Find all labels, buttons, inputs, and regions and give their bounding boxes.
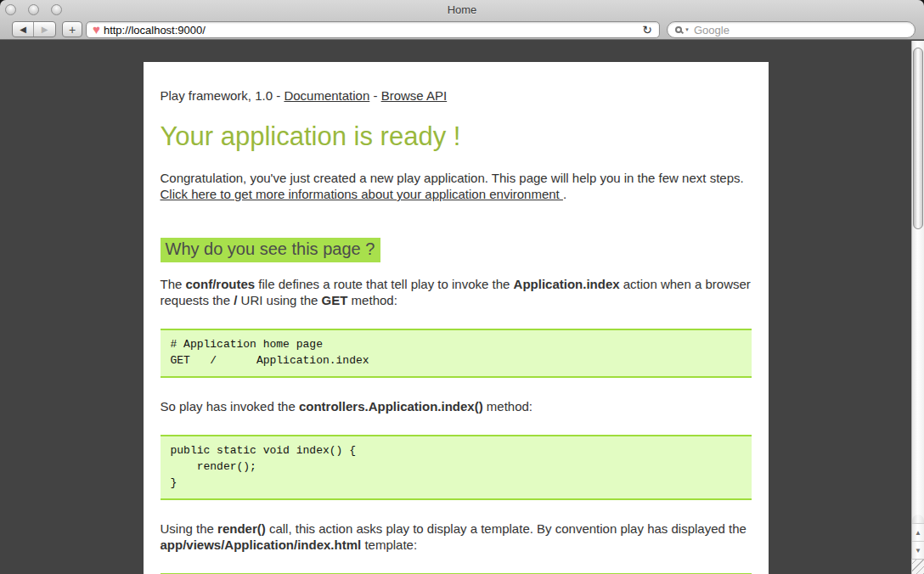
render-call-term: render() bbox=[217, 521, 266, 536]
nav-button-group: ◀ ▶ bbox=[12, 21, 56, 37]
template-text: template: bbox=[361, 537, 417, 552]
meta-separator: - bbox=[369, 88, 380, 103]
intro-paragraph: Congratulation, you've just created a ne… bbox=[161, 170, 752, 202]
intro-text: Congratulation, you've just created a ne… bbox=[161, 171, 744, 185]
arrow-up-icon: ▲ bbox=[915, 529, 921, 537]
forward-button[interactable]: ▶ bbox=[34, 22, 55, 37]
meta-separator: - bbox=[273, 88, 284, 103]
invoked-paragraph: So play has invoked the controllers.Appl… bbox=[161, 398, 752, 414]
routes-text: URI using the bbox=[237, 293, 321, 307]
browser-window: Home ◀ ▶ + ♥ ↻ ▼ Play framework, 1.0 bbox=[0, 0, 924, 574]
get-method-term: GET bbox=[322, 293, 348, 307]
search-bar[interactable]: ▼ bbox=[667, 21, 916, 38]
new-tab-button[interactable]: + bbox=[62, 21, 82, 37]
search-icon bbox=[675, 26, 682, 33]
template-text: call, this action asks play to display a… bbox=[266, 521, 747, 536]
address-bar[interactable]: ♥ ↻ bbox=[86, 21, 660, 38]
routes-text: method: bbox=[347, 293, 397, 307]
template-paragraph: Using the render() call, this action ask… bbox=[161, 521, 752, 553]
browser-toolbar: ◀ ▶ + ♥ ↻ ▼ bbox=[0, 20, 924, 40]
browser-viewport: Play framework, 1.0 - Documentation - Br… bbox=[0, 41, 924, 574]
back-icon: ◀ bbox=[20, 25, 26, 34]
application-index-term: Application.index bbox=[514, 277, 620, 291]
window-resize-grip[interactable] bbox=[911, 559, 924, 574]
template-path-term: app/views/Application/index.html bbox=[161, 537, 362, 552]
scrollbar-button-cap bbox=[912, 515, 924, 523]
arrow-down-icon: ▼ bbox=[915, 547, 921, 554]
controller-method-term: controllers.Application.index() bbox=[299, 399, 483, 414]
documentation-link[interactable]: Documentation bbox=[284, 88, 369, 103]
window-title: Home bbox=[0, 3, 924, 16]
refresh-button[interactable]: ↻ bbox=[640, 24, 654, 36]
routes-text: The bbox=[161, 277, 186, 291]
browse-api-link[interactable]: Browse API bbox=[381, 88, 448, 103]
plus-icon: + bbox=[69, 23, 76, 37]
scrollbar-buttons: ▲ ▼ bbox=[912, 515, 924, 559]
routes-paragraph: The conf/routes file defines a route tha… bbox=[161, 276, 752, 308]
code-block-routes: # Application home page GET / Applicatio… bbox=[161, 329, 752, 378]
template-text: Using the bbox=[161, 521, 218, 536]
routes-text: file defines a route that tell play to i… bbox=[255, 277, 513, 291]
vertical-scrollbar[interactable]: ▲ ▼ bbox=[911, 41, 924, 574]
scrollbar-thumb[interactable] bbox=[913, 48, 923, 229]
page-area: Play framework, 1.0 - Documentation - Br… bbox=[0, 41, 911, 574]
framework-version: Play framework, 1.0 bbox=[161, 88, 273, 103]
titlebar: Home bbox=[0, 0, 924, 20]
code-block-action: public static void index() { render(); } bbox=[161, 435, 752, 500]
invoked-text: method: bbox=[483, 399, 532, 414]
search-engine-caret-icon[interactable]: ▼ bbox=[685, 27, 690, 32]
refresh-icon: ↻ bbox=[642, 23, 652, 37]
scroll-down-button[interactable]: ▼ bbox=[912, 541, 924, 559]
window-chrome: Home ◀ ▶ + ♥ ↻ ▼ bbox=[0, 0, 924, 40]
page-title: Your application is ready ! bbox=[161, 121, 752, 152]
environment-info-link[interactable]: Click here to get more informations abou… bbox=[161, 187, 563, 201]
invoked-text: So play has invoked the bbox=[161, 399, 299, 414]
back-button[interactable]: ◀ bbox=[13, 22, 34, 37]
heart-favicon-icon: ♥ bbox=[93, 23, 100, 36]
url-input[interactable] bbox=[104, 24, 640, 37]
intro-period: . bbox=[563, 187, 566, 201]
section-heading-why: Why do you see this page ? bbox=[161, 238, 381, 262]
search-input[interactable] bbox=[694, 24, 906, 37]
framework-meta-line: Play framework, 1.0 - Documentation - Br… bbox=[161, 87, 752, 104]
scroll-up-button[interactable]: ▲ bbox=[912, 523, 924, 541]
play-welcome-page: Play framework, 1.0 - Documentation - Br… bbox=[144, 62, 769, 574]
forward-icon: ▶ bbox=[42, 25, 48, 34]
conf-routes-term: conf/routes bbox=[186, 277, 256, 291]
